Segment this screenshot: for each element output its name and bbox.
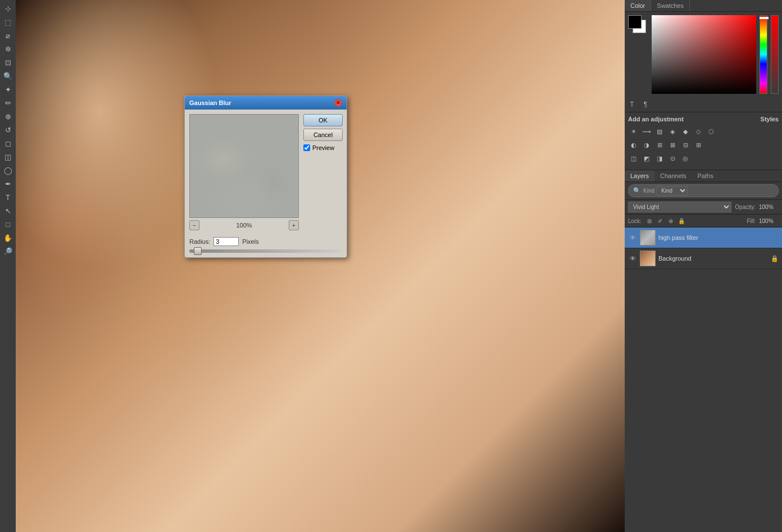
zoom-out-button[interactable]: − (189, 220, 199, 230)
levels-icon[interactable]: ▤ (654, 126, 665, 137)
dialog-preview-canvas[interactable] (189, 114, 299, 218)
pen-tool[interactable]: ✒ (2, 178, 14, 190)
kind-select[interactable]: Kind Name Effect (657, 186, 688, 195)
preview-label: Preview (312, 144, 334, 151)
right-panel: Color Swatches T ¶ Add an adjustment Sty… (625, 0, 782, 532)
type-tool-icon[interactable]: T (626, 98, 638, 111)
gradient-tool[interactable]: ◫ (2, 151, 14, 163)
photo-filter-icon[interactable]: ◑ (641, 139, 652, 151)
type-tool[interactable]: T (2, 191, 14, 203)
tools-panel: ⊹ ⬚ ⌀ ✲ ⊡ 🔍 ✦ ✏ ⊕ ↺ ◻ ◫ ◯ ✒ T ↖ □ ✋ 🔎 (0, 0, 16, 532)
curves2-icon[interactable]: ⊙ (667, 153, 678, 164)
selective-color-icon[interactable]: ◨ (654, 153, 665, 164)
posterize-icon[interactable]: ⊞ (693, 139, 704, 151)
blend-mode-select[interactable]: Vivid Light Normal Multiply Screen Overl… (628, 202, 731, 212)
fg-bg-swatch[interactable] (628, 15, 648, 35)
brightness-icon[interactable]: ☀ (628, 126, 639, 137)
channel-mixer-icon[interactable]: ⊞ (654, 139, 665, 151)
path-select-tool[interactable]: ↖ (2, 204, 14, 217)
radius-slider-thumb[interactable] (194, 247, 202, 255)
dialog-preview-section: − 100% + (189, 114, 299, 230)
dialog-footer: Radius: Pixels (185, 235, 347, 257)
cancel-button[interactable]: Cancel (303, 129, 343, 141)
radius-slider-track[interactable] (189, 249, 342, 253)
dialog-body: − 100% + OK Cancel Preview (185, 110, 347, 235)
layer-thumb-gray (640, 230, 655, 245)
alpha-bar[interactable] (771, 15, 779, 94)
layer-item-background[interactable]: 👁 Background 🔒 (625, 248, 782, 269)
tab-swatches[interactable]: Swatches (651, 0, 690, 11)
layer-thumb-high-pass (640, 230, 656, 245)
foreground-swatch[interactable] (628, 15, 642, 29)
layers-panel: Layers Channels Paths 🔍 Kind Kind Name E… (625, 170, 782, 532)
invert-icon[interactable]: ⊟ (680, 139, 691, 151)
lock-move-icon[interactable]: ⊕ (666, 216, 675, 225)
layer-thumb-background (640, 251, 656, 266)
radius-row: Radius: Pixels (189, 237, 342, 246)
lock-icons: ⊞ ✐ ⊕ 🔒 (645, 216, 686, 225)
lock-position-icon[interactable]: ✐ (656, 216, 665, 225)
canvas-area: Gaussian Blur ✕ − 100% + (16, 0, 625, 532)
tab-color[interactable]: Color (625, 0, 651, 11)
layer-visibility-high-pass[interactable]: 👁 (628, 233, 637, 242)
tab-channels[interactable]: Channels (654, 170, 692, 181)
fill-label: Fill: (747, 218, 756, 224)
layers-search-bar[interactable]: 🔍 Kind Kind Name Effect (628, 184, 779, 197)
opacity-label: Opacity: (735, 204, 756, 210)
dialog-titlebar: Gaussian Blur ✕ (185, 96, 347, 110)
zoom-level-label: 100% (203, 222, 285, 229)
layer-visibility-background[interactable]: 👁 (628, 254, 637, 263)
bw-icon[interactable]: ◐ (628, 139, 639, 151)
color-panel: Color Swatches (625, 0, 782, 97)
spot-heal-tool[interactable]: ✦ (2, 83, 14, 96)
clone-tool[interactable]: ⊕ (2, 110, 14, 122)
hand-tool[interactable]: ✋ (2, 231, 14, 244)
hue-bar[interactable] (760, 15, 767, 94)
tab-layers[interactable]: Layers (625, 170, 654, 181)
eyedropper-tool[interactable]: 🔍 (2, 70, 14, 82)
crop-tool[interactable]: ⊡ (2, 56, 14, 69)
exposure-icon[interactable]: ◈ (667, 126, 678, 137)
vibrance-icon[interactable]: ◆ (680, 126, 691, 137)
tab-paths[interactable]: Paths (692, 170, 719, 181)
history-brush-tool[interactable]: ↺ (2, 124, 14, 136)
preview-checkbox[interactable] (303, 144, 310, 151)
adjustments-icons-row-2: ◐ ◑ ⊞ ⊠ ⊟ ⊞ (628, 139, 779, 151)
paragraph-icon[interactable]: ¶ (639, 98, 652, 111)
color-gradient-box[interactable] (652, 15, 756, 94)
layers-mode-row: Vivid Light Normal Multiply Screen Overl… (625, 200, 782, 215)
gaussian-blur-dialog: Gaussian Blur ✕ − 100% + (184, 96, 347, 258)
hue-indicator (760, 17, 769, 19)
adjustments-header: Add an adjustment Styles (628, 116, 779, 122)
dialog-close-button[interactable]: ✕ (334, 99, 342, 107)
adjustments-title: Add an adjustment (628, 116, 684, 122)
dialog-title: Gaussian Blur (189, 99, 231, 106)
preview-texture (190, 115, 298, 217)
layer-item-high-pass[interactable]: 👁 high pass filter (625, 228, 782, 248)
smart-sharpen-icon[interactable]: ◎ (680, 153, 691, 164)
zoom-in-button[interactable]: + (289, 220, 299, 230)
lasso-tool[interactable]: ⌀ (2, 29, 14, 42)
preview-controls: − 100% + (189, 220, 299, 230)
curves-icon[interactable]: ⟿ (641, 126, 652, 137)
color-balance-icon[interactable]: ⬡ (706, 126, 717, 137)
move-tool[interactable]: ⊹ (2, 2, 14, 15)
color-lookup-icon[interactable]: ⊠ (667, 139, 678, 151)
threshold-icon[interactable]: ◫ (628, 153, 639, 164)
brush-tool[interactable]: ✏ (2, 97, 14, 109)
shape-tool[interactable]: □ (2, 218, 14, 230)
styles-tab[interactable]: Styles (761, 116, 779, 122)
select-tool[interactable]: ⬚ (2, 16, 14, 28)
magic-wand-tool[interactable]: ✲ (2, 43, 14, 55)
layers-tabs: Layers Channels Paths (625, 170, 782, 182)
radius-input[interactable] (213, 237, 239, 246)
lock-pixels-icon[interactable]: ⊞ (645, 216, 654, 225)
layers-list: 👁 high pass filter 👁 Background 🔒 (625, 228, 782, 532)
eraser-tool[interactable]: ◻ (2, 137, 14, 149)
ok-button[interactable]: OK (303, 114, 343, 126)
dodge-tool[interactable]: ◯ (2, 164, 14, 176)
gradient-map-icon[interactable]: ◩ (641, 153, 652, 164)
zoom-tool[interactable]: 🔎 (2, 245, 14, 257)
lock-all-icon[interactable]: 🔒 (677, 216, 686, 225)
hsl-icon[interactable]: ◇ (693, 126, 704, 137)
